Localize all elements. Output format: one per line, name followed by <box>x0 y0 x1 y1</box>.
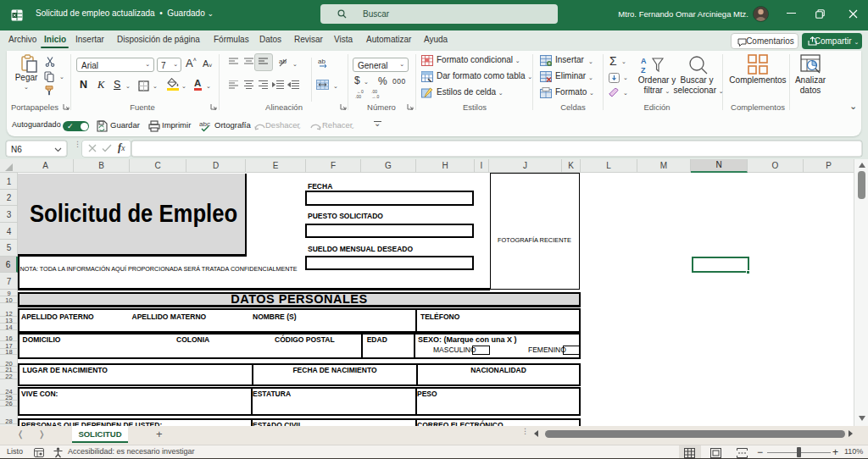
svg-text:Z: Z <box>641 66 646 75</box>
svg-text:ab: ab <box>279 58 287 65</box>
svg-text:A: A <box>641 57 647 65</box>
svg-text:ab: ab <box>318 58 326 65</box>
svg-text:.00: .00 <box>355 94 361 99</box>
svg-text:→.0: →.0 <box>371 94 379 99</box>
